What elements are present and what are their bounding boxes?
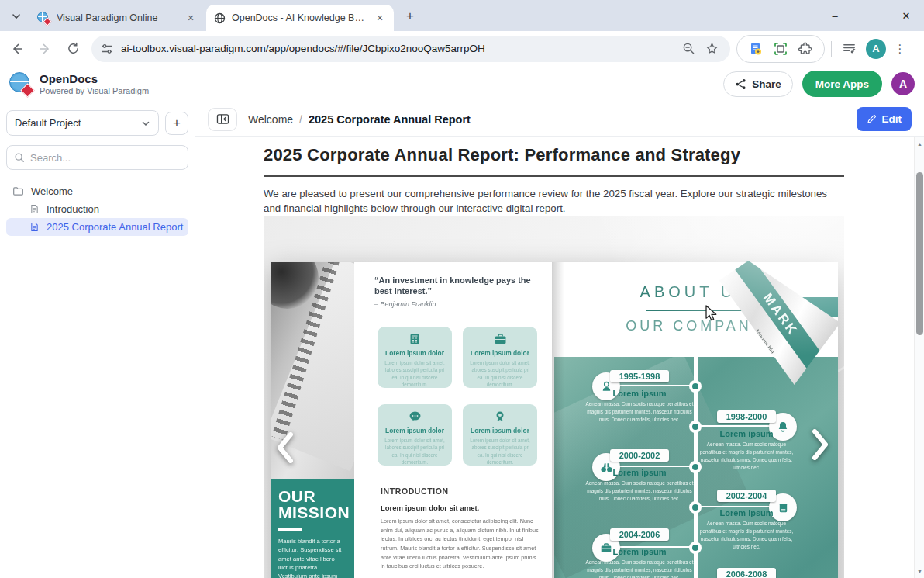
quote-author: – Benjamin Franklin [374, 300, 542, 308]
feature-card: Lorem ipsum dolor Lorem ipsum dolor sit … [378, 404, 452, 466]
breadcrumb-current: 2025 Corporate Annual Report [309, 113, 471, 126]
screenshot-extension-icon[interactable] [770, 38, 791, 60]
about-title: ABOUT US [552, 283, 838, 301]
introduction-paragraph: Lorem ipsum dolor sit amet, consectetur … [381, 517, 542, 571]
scroll-up-arrow[interactable]: ▲ [915, 138, 924, 149]
back-arrow-icon [10, 42, 24, 56]
tree-item-introduction[interactable]: Introduction [6, 200, 188, 218]
search-input[interactable] [30, 152, 181, 164]
about-divider [646, 310, 745, 311]
timeline-section: 1995-1998 Lorem ipsum Aenean massa. Cum … [554, 357, 838, 578]
panel-collapse-icon [216, 113, 229, 125]
quote-block: “An investment in knowledge pays the bes… [374, 275, 542, 308]
tree-item-annual-report-selected[interactable]: 2025 Corporate Annual Report [6, 218, 188, 236]
tab-close-button[interactable]: ✕ [374, 12, 386, 24]
next-page-button[interactable] [812, 428, 830, 461]
search-box[interactable] [6, 145, 188, 170]
tab-search-button[interactable] [6, 6, 26, 26]
curl-label: MARK [760, 290, 801, 339]
close-window-button[interactable]: ✕ [888, 0, 924, 31]
media-list-icon [842, 41, 857, 56]
minimize-button[interactable]: – [817, 0, 853, 31]
visual-paradigm-favicon-icon [37, 12, 50, 25]
maximize-button[interactable] [853, 0, 888, 31]
app-header: OpenDocs Powered by Visual Paradigm Shar… [0, 66, 924, 102]
tree-item-welcome[interactable]: Welcome [6, 182, 188, 200]
timeline-heading: Lorem ipsum [699, 429, 794, 438]
edit-button[interactable]: Edit [857, 107, 912, 131]
timeline-body: Aenean massa. Cum sociis natoque penatib… [581, 400, 698, 424]
back-button[interactable] [6, 38, 28, 60]
timeline-years: 1998-2000 [717, 410, 777, 423]
mission-text: Mauris blandit a tortor a efficitur. Sus… [278, 537, 346, 578]
forward-button[interactable] [34, 38, 56, 60]
card-body: Lorem ipsum dolor sit amet, labores susc… [383, 437, 446, 466]
browser-window: Visual Paradigm Online ✕ OpenDocs - AI K… [0, 0, 924, 578]
browser-profile-avatar[interactable]: A [866, 39, 886, 59]
share-button[interactable]: Share [723, 71, 793, 97]
visual-paradigm-link[interactable]: Visual Paradigm [87, 86, 149, 95]
extensions-puzzle-icon[interactable] [795, 38, 816, 60]
timeline-body: Aenean massa. Cum sociis natoque penatib… [581, 559, 698, 578]
folder-icon [12, 185, 24, 197]
tab-opendocs-active[interactable]: OpenDocs - AI Knowledge Base ✕ [206, 5, 394, 31]
timeline-heading: Lorem ipsum [581, 468, 698, 477]
scroll-down-arrow[interactable]: ▼ [915, 566, 924, 576]
tab-visual-paradigm[interactable]: Visual Paradigm Online ✕ [29, 5, 205, 31]
flipbook-left-page: OUR MISSION Mauris blandit a tortor a ef… [271, 262, 552, 578]
about-subtitle: OUR COMPANY [552, 318, 838, 334]
reload-icon [67, 42, 80, 55]
page-scrollbar[interactable]: ▲ ▼ [914, 137, 924, 578]
url-bar[interactable]: ai-toolbox.visual-paradigm.com/app/opend… [91, 36, 730, 62]
site-settings-icon[interactable] [101, 43, 113, 55]
content-topbar: Welcome / 2025 Corporate Annual Report E… [195, 102, 924, 137]
sidebar: Default Project + Welcome Introduction 2… [0, 102, 195, 578]
chevron-left-icon [275, 431, 294, 464]
reload-button[interactable] [62, 38, 84, 60]
card-title: Lorem ipsum dolor [468, 349, 532, 357]
collapse-sidebar-button[interactable] [208, 108, 237, 131]
toolbar-divider [831, 41, 832, 57]
flipbook-right-page: ABOUT US OUR COMPANY din er [552, 262, 838, 578]
url-text[interactable]: ai-toolbox.visual-paradigm.com/app/opend… [121, 43, 674, 54]
bookmark-star-icon[interactable] [702, 40, 721, 58]
docs-offline-extension-icon[interactable] [745, 38, 767, 60]
timeline-years: 2000-2002 [610, 449, 670, 462]
extensions-pill [736, 35, 825, 63]
quote-text: “An investment in knowledge pays the bes… [374, 275, 542, 297]
timeline-body: Aenean massa. Cum sociis natoque penatib… [581, 479, 698, 503]
feature-card: Lorem ipsum dolor Lorem ipsum dolor sit … [378, 327, 452, 388]
share-icon [735, 78, 746, 90]
zoom-out-icon[interactable] [679, 40, 698, 58]
scrollbar-thumb[interactable] [916, 172, 923, 335]
mission-title: OUR MISSION [278, 488, 346, 521]
breadcrumb-welcome[interactable]: Welcome [248, 113, 293, 126]
timeline-years: 2002-2004 [717, 490, 777, 502]
more-apps-button[interactable]: More Apps [802, 71, 882, 97]
flipbook-spread: OUR MISSION Mauris blandit a tortor a ef… [271, 262, 838, 578]
new-tab-button[interactable]: + [402, 8, 419, 25]
account-avatar[interactable]: A [891, 72, 915, 95]
card-body: Lorem ipsum dolor sit amet, labores susc… [468, 437, 532, 466]
page-curl[interactable]: MARK Mauris bla amet ant [719, 261, 840, 385]
document-content-area[interactable]: 2025 Corporate Annual Report: Performanc… [195, 137, 914, 578]
tree-item-label: 2025 Corporate Annual Report [47, 221, 183, 233]
flipbook-viewer[interactable]: OUR MISSION Mauris blandit a tortor a ef… [264, 216, 844, 578]
powered-by: Powered by Visual Paradigm [40, 86, 149, 95]
browser-menu-button[interactable]: ⋮ [891, 40, 909, 58]
add-project-button[interactable]: + [165, 112, 188, 135]
previous-page-button[interactable] [275, 431, 294, 464]
tab-title: Visual Paradigm Online [57, 12, 180, 23]
project-select[interactable]: Default Project [6, 110, 159, 136]
introduction-subheading: Lorem ipsum dolor sit amet. [381, 504, 542, 512]
document-icon [29, 222, 40, 232]
tab-close-button[interactable]: ✕ [184, 12, 197, 24]
timeline-heading: Lorem ipsum [699, 508, 794, 517]
media-controls-button[interactable] [838, 38, 860, 60]
chevron-down-icon [12, 12, 21, 21]
timeline-body: Aenean massa. Cum sociis natoque penatib… [699, 441, 794, 472]
curl-text: Mauris bla amet ant [743, 327, 776, 362]
next-page-band [777, 297, 838, 317]
curl-band: MARK [724, 243, 836, 387]
breadcrumb: Welcome / 2025 Corporate Annual Report [248, 113, 471, 126]
